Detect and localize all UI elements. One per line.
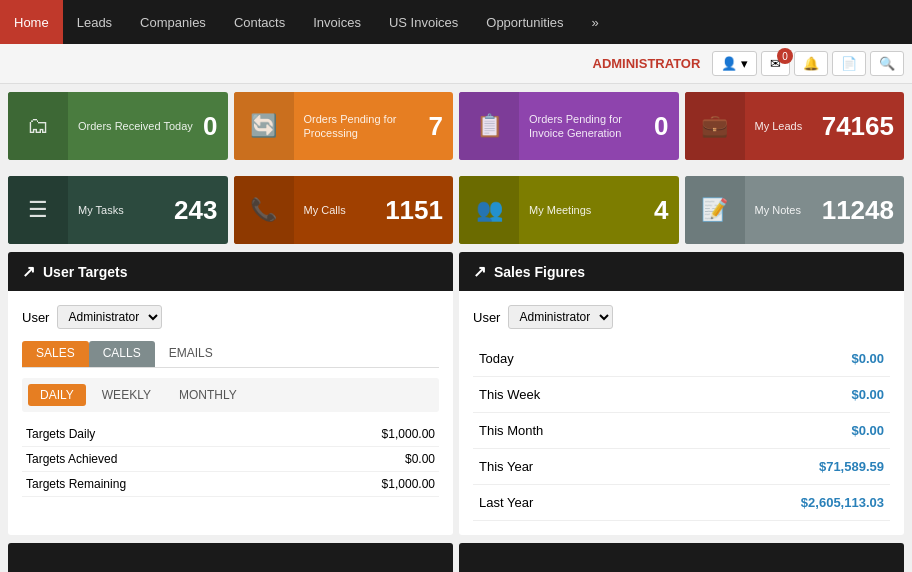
sales-figures-body: User Administrator Today$0.00This Week$0… bbox=[459, 291, 904, 535]
bottom-panel-right bbox=[459, 543, 904, 572]
nav-item--[interactable]: » bbox=[578, 0, 613, 44]
nav-item-us-invoices[interactable]: US Invoices bbox=[375, 0, 472, 44]
bottom-panel-left bbox=[8, 543, 453, 572]
stat-card-my-tasks[interactable]: ☰ My Tasks 243 bbox=[8, 176, 228, 244]
sales-table: Today$0.00This Week$0.00This Month$0.00T… bbox=[473, 341, 890, 521]
card-label-orders-received: Orders Received Today bbox=[78, 119, 193, 133]
nav-item-contacts[interactable]: Contacts bbox=[220, 0, 299, 44]
card-value-orders-invoice: 0 bbox=[654, 111, 678, 142]
card-info-orders-received: Orders Received Today bbox=[68, 111, 203, 141]
email-badge: 0 bbox=[777, 48, 793, 64]
target-value: $0.00 bbox=[288, 447, 439, 472]
card-icon-my-meetings: 👥 bbox=[459, 176, 519, 244]
nav-item-leads[interactable]: Leads bbox=[63, 0, 126, 44]
nav-item-companies[interactable]: Companies bbox=[126, 0, 220, 44]
card-info-my-tasks: My Tasks bbox=[68, 195, 174, 225]
sales-period-label: Last Year bbox=[473, 485, 659, 521]
stat-card-orders-pending[interactable]: 🔄 Orders Pending for Processing 7 bbox=[234, 92, 454, 160]
card-label-my-tasks: My Tasks bbox=[78, 203, 164, 217]
card-icon-orders-invoice: 📋 bbox=[459, 92, 519, 160]
card-icon-my-calls: 📞 bbox=[234, 176, 294, 244]
table-row: Targets Remaining$1,000.00 bbox=[22, 472, 439, 497]
table-row: Targets Daily$1,000.00 bbox=[22, 422, 439, 447]
card-icon-orders-received: 🗂 bbox=[8, 92, 68, 160]
stats-row-1: 🗂 Orders Received Today 0 🔄 Orders Pendi… bbox=[0, 84, 912, 168]
admin-bar: ADMINISTRATOR 👤 ▾ ✉ 0 🔔 📄 🔍 bbox=[0, 44, 912, 84]
period-tabs: DAILY WEEKLY MONTHLY bbox=[22, 378, 439, 412]
sales-period-value: $0.00 bbox=[659, 341, 890, 377]
card-value-my-tasks: 243 bbox=[174, 195, 227, 226]
targets-tabs: SALES CALLS EMAILS bbox=[22, 341, 439, 368]
card-icon-my-tasks: ☰ bbox=[8, 176, 68, 244]
target-label: Targets Remaining bbox=[22, 472, 288, 497]
card-info-my-meetings: My Meetings bbox=[519, 195, 654, 225]
sales-user-label: User bbox=[473, 310, 500, 325]
card-label-my-leads: My Leads bbox=[755, 119, 812, 133]
search-icon: 🔍 bbox=[879, 56, 895, 71]
top-navigation: HomeLeadsCompaniesContactsInvoicesUS Inv… bbox=[0, 0, 912, 44]
sales-period-value: $2,605,113.03 bbox=[659, 485, 890, 521]
user-targets-body: User Administrator SALES CALLS EMAILS DA… bbox=[8, 291, 453, 511]
stats-row-2: ☰ My Tasks 243 📞 My Calls 1151 👥 My Meet… bbox=[0, 168, 912, 252]
table-row: Targets Achieved$0.00 bbox=[22, 447, 439, 472]
stat-card-orders-invoice[interactable]: 📋 Orders Pending for Invoice Generation … bbox=[459, 92, 679, 160]
sales-figures-title: Sales Figures bbox=[494, 264, 585, 280]
card-value-orders-pending: 7 bbox=[429, 111, 453, 142]
bottom-panels bbox=[0, 543, 912, 572]
stat-card-my-leads[interactable]: 💼 My Leads 74165 bbox=[685, 92, 905, 160]
nav-item-home[interactable]: Home bbox=[0, 0, 63, 44]
search-btn[interactable]: 🔍 bbox=[870, 51, 904, 76]
card-icon-my-leads: 💼 bbox=[685, 92, 745, 160]
targets-table: Targets Daily$1,000.00Targets Achieved$0… bbox=[22, 422, 439, 497]
notifications-btn[interactable]: 🔔 bbox=[794, 51, 828, 76]
table-row: Last Year$2,605,113.03 bbox=[473, 485, 890, 521]
sales-user-dropdown[interactable]: Administrator bbox=[508, 305, 613, 329]
card-label-my-notes: My Notes bbox=[755, 203, 812, 217]
user-targets-title: User Targets bbox=[43, 264, 128, 280]
tab-calls[interactable]: CALLS bbox=[89, 341, 155, 367]
card-value-my-notes: 11248 bbox=[822, 195, 904, 226]
period-monthly[interactable]: MONTHLY bbox=[167, 384, 249, 406]
notes-btn[interactable]: 📄 bbox=[832, 51, 866, 76]
sales-period-value: $71,589.59 bbox=[659, 449, 890, 485]
card-value-my-leads: 74165 bbox=[822, 111, 904, 142]
card-info-my-leads: My Leads bbox=[745, 111, 822, 141]
user-menu-btn[interactable]: 👤 ▾ bbox=[712, 51, 757, 76]
user-targets-panel: ↗ User Targets User Administrator SALES … bbox=[8, 252, 453, 535]
user-targets-header: ↗ User Targets bbox=[8, 252, 453, 291]
stat-card-orders-received[interactable]: 🗂 Orders Received Today 0 bbox=[8, 92, 228, 160]
user-dropdown[interactable]: Administrator bbox=[57, 305, 162, 329]
panels-row: ↗ User Targets User Administrator SALES … bbox=[0, 252, 912, 543]
nav-item-opportunities[interactable]: Opportunities bbox=[472, 0, 577, 44]
target-label: Targets Daily bbox=[22, 422, 288, 447]
email-btn[interactable]: ✉ 0 bbox=[761, 51, 790, 76]
user-label: User bbox=[22, 310, 49, 325]
target-value: $1,000.00 bbox=[288, 422, 439, 447]
bell-icon: 🔔 bbox=[803, 56, 819, 71]
tab-sales[interactable]: SALES bbox=[22, 341, 89, 367]
target-value: $1,000.00 bbox=[288, 472, 439, 497]
admin-label: ADMINISTRATOR bbox=[593, 56, 701, 71]
sales-period-label: Today bbox=[473, 341, 659, 377]
period-daily[interactable]: DAILY bbox=[28, 384, 86, 406]
card-info-orders-pending: Orders Pending for Processing bbox=[294, 104, 429, 149]
card-icon-my-notes: 📝 bbox=[685, 176, 745, 244]
stat-card-my-meetings[interactable]: 👥 My Meetings 4 bbox=[459, 176, 679, 244]
table-row: This Year$71,589.59 bbox=[473, 449, 890, 485]
nav-item-invoices[interactable]: Invoices bbox=[299, 0, 375, 44]
stat-card-my-notes[interactable]: 📝 My Notes 11248 bbox=[685, 176, 905, 244]
card-value-my-calls: 1151 bbox=[385, 195, 453, 226]
tab-emails[interactable]: EMAILS bbox=[155, 341, 227, 367]
period-weekly[interactable]: WEEKLY bbox=[90, 384, 163, 406]
sales-period-label: This Week bbox=[473, 377, 659, 413]
sales-period-label: This Month bbox=[473, 413, 659, 449]
card-label-my-calls: My Calls bbox=[304, 203, 376, 217]
card-info-my-notes: My Notes bbox=[745, 195, 822, 225]
stat-card-my-calls[interactable]: 📞 My Calls 1151 bbox=[234, 176, 454, 244]
table-row: This Week$0.00 bbox=[473, 377, 890, 413]
card-info-orders-invoice: Orders Pending for Invoice Generation bbox=[519, 104, 654, 149]
file-icon: 📄 bbox=[841, 56, 857, 71]
card-value-orders-received: 0 bbox=[203, 111, 227, 142]
card-label-my-meetings: My Meetings bbox=[529, 203, 644, 217]
sales-period-label: This Year bbox=[473, 449, 659, 485]
